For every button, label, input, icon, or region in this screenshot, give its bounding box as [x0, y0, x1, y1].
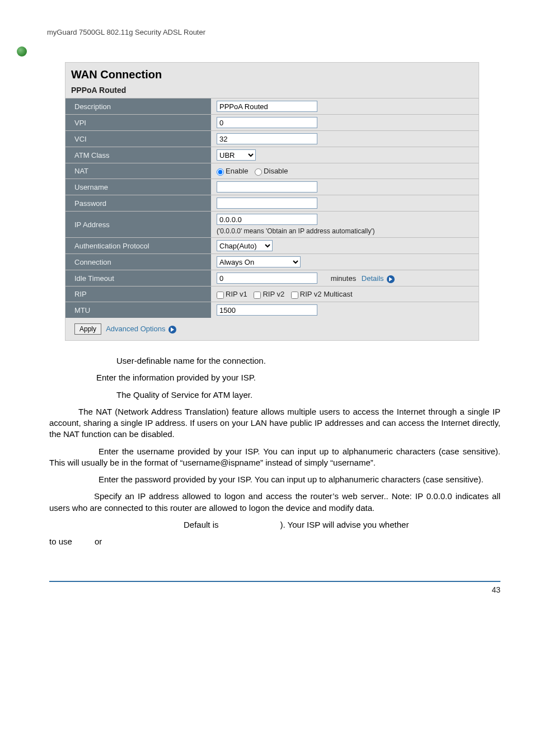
page-number: 43	[491, 585, 500, 594]
para-description: User-definable name for the connection.	[49, 355, 500, 367]
label-connection: Connection	[65, 254, 211, 270]
para-qos: The Quality of Service for ATM layer.	[49, 389, 500, 401]
label-username: Username	[65, 179, 211, 195]
arrow-icon	[387, 275, 395, 283]
rip-v2-checkbox[interactable]: RIP v2	[254, 290, 284, 298]
globe-icon	[17, 46, 27, 57]
label-idle-timeout: Idle Timeout	[65, 270, 211, 287]
para-isp-info: Enter the information provided by your I…	[49, 372, 500, 383]
atm-class-select[interactable]: UBR	[217, 149, 256, 161]
label-atm-class: ATM Class	[65, 147, 211, 163]
panel-subtitle: PPPoA Routed	[65, 83, 479, 98]
panel-footer: Apply Advanced Options	[65, 318, 479, 340]
para-nat: The NAT (Network Address Translation) fe…	[49, 406, 500, 440]
vci-input[interactable]	[217, 133, 317, 144]
rip-v1-checkbox[interactable]: RIP v1	[217, 290, 247, 298]
username-input[interactable]	[217, 181, 317, 192]
page-footer: 43	[49, 581, 500, 594]
label-auth-protocol: Authentication Protocol	[65, 238, 211, 254]
nat-enable-radio[interactable]: Enable	[217, 167, 248, 175]
para-default: Default is). Your ISP will advise you wh…	[49, 519, 500, 530]
label-ip-address: IP Address	[65, 212, 211, 238]
label-vci: VCI	[65, 131, 211, 147]
form-table: Description VPI VCI ATM Class UBR	[65, 98, 479, 318]
body-text: User-definable name for the connection. …	[49, 355, 500, 547]
wan-connection-panel: WAN Connection PPPoA Routed Description …	[65, 62, 479, 341]
label-rip: RIP	[65, 287, 211, 302]
label-vpi: VPI	[65, 115, 211, 131]
nat-disable-radio[interactable]: Disable	[255, 167, 288, 175]
advanced-options-link[interactable]: Advanced Options	[106, 325, 176, 333]
apply-button[interactable]: Apply	[74, 323, 101, 335]
idle-minutes-label: minutes	[331, 274, 357, 283]
auth-protocol-select[interactable]: Chap(Auto)	[217, 240, 273, 251]
para-touse: to useor	[49, 536, 500, 547]
label-nat: NAT	[65, 163, 211, 179]
para-password: Enter the password provided by your ISP.…	[49, 474, 500, 485]
ip-note: ('0.0.0.0' means 'Obtain an IP address a…	[217, 227, 473, 235]
idle-timeout-input[interactable]	[217, 273, 317, 284]
para-username: Enter the username provided by your ISP.…	[49, 446, 500, 469]
password-input[interactable]	[217, 198, 317, 209]
rip-v2m-checkbox[interactable]: RIP v2 Multicast	[291, 290, 353, 298]
mtu-input[interactable]	[217, 304, 317, 316]
arrow-icon	[168, 326, 176, 334]
para-ipaddress: Specify an IP address allowed to logon a…	[49, 491, 500, 514]
panel-title: WAN Connection	[65, 63, 479, 83]
vpi-input[interactable]	[217, 117, 317, 128]
ip-address-input[interactable]	[217, 214, 317, 225]
description-input[interactable]	[217, 101, 317, 112]
label-password: Password	[65, 195, 211, 212]
label-mtu: MTU	[65, 302, 211, 318]
doc-header: myGuard 7500GL 802.11g Security ADSL Rou…	[47, 28, 500, 36]
details-link[interactable]: Details	[362, 274, 395, 283]
connection-select[interactable]: Always On	[217, 256, 301, 267]
label-description: Description	[65, 98, 211, 115]
